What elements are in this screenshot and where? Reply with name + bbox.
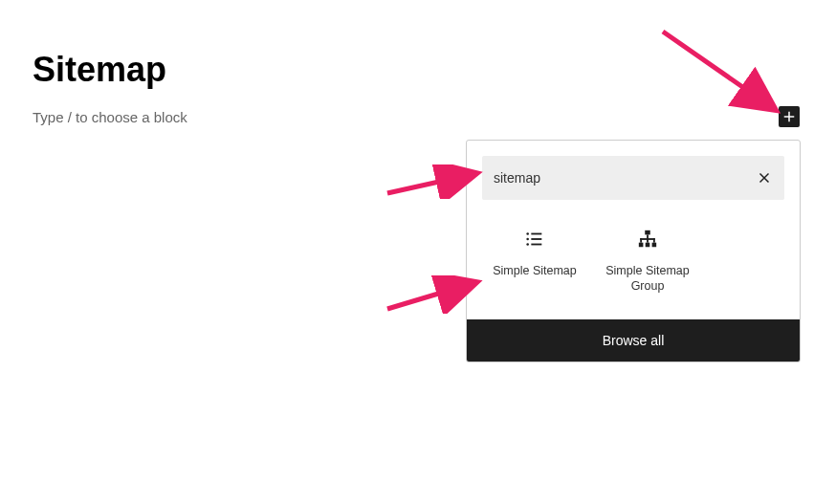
svg-line-24 xyxy=(387,283,473,309)
svg-rect-11 xyxy=(639,243,644,248)
svg-rect-14 xyxy=(647,234,649,238)
svg-rect-17 xyxy=(647,238,649,243)
page-title: Sitemap xyxy=(33,50,166,90)
block-inserter-panel: Simple Sitemap Simple Sitemap Group Brow… xyxy=(466,140,801,362)
sitemap-icon xyxy=(637,229,658,250)
svg-rect-9 xyxy=(531,244,541,246)
list-icon xyxy=(524,229,545,250)
svg-rect-12 xyxy=(646,243,650,248)
svg-rect-10 xyxy=(645,230,650,235)
add-block-button[interactable] xyxy=(779,106,800,127)
annotation-arrow xyxy=(658,27,792,122)
block-item-simple-sitemap[interactable]: Simple Sitemap xyxy=(482,223,587,300)
block-search-input[interactable] xyxy=(494,170,756,186)
block-results-list: Simple Sitemap Simple Sitemap Group xyxy=(467,215,800,319)
svg-rect-16 xyxy=(640,238,642,243)
svg-point-4 xyxy=(526,232,529,235)
svg-point-6 xyxy=(526,238,529,241)
block-item-simple-sitemap-group[interactable]: Simple Sitemap Group xyxy=(595,223,700,300)
svg-point-8 xyxy=(526,243,529,246)
block-item-label: Simple Sitemap xyxy=(493,263,577,278)
svg-line-22 xyxy=(387,174,473,193)
svg-rect-5 xyxy=(531,233,541,235)
browse-all-button[interactable]: Browse all xyxy=(467,319,800,362)
plus-icon xyxy=(781,108,798,125)
block-placeholder-prompt[interactable]: Type / to choose a block xyxy=(33,109,187,125)
svg-line-20 xyxy=(663,32,773,108)
svg-rect-13 xyxy=(652,243,657,248)
block-item-label: Simple Sitemap Group xyxy=(595,263,700,295)
search-row xyxy=(482,156,784,200)
close-icon[interactable] xyxy=(756,169,773,186)
svg-rect-18 xyxy=(653,238,655,243)
search-wrap xyxy=(467,141,800,215)
svg-rect-7 xyxy=(531,238,541,240)
